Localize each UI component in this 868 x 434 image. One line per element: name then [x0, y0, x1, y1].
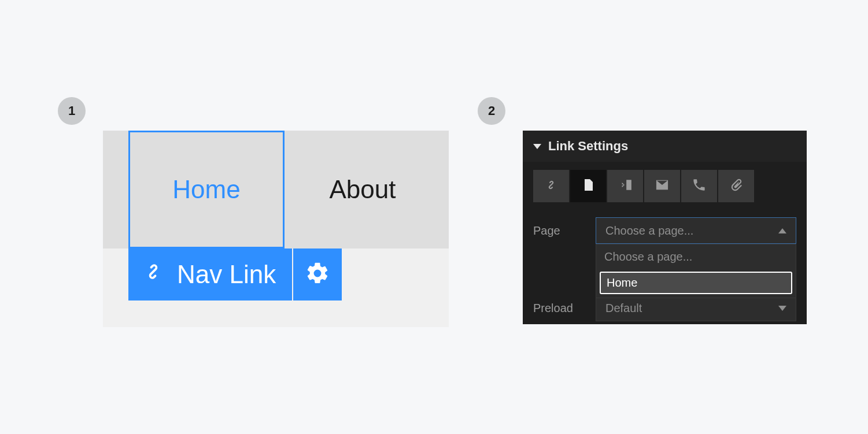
step-badge-1: 1 [58, 97, 86, 125]
page-select-value: Choose a page... [605, 224, 693, 238]
section-icon [616, 177, 634, 195]
link-icon [544, 177, 559, 195]
link-settings-title: Link Settings [548, 139, 628, 154]
link-type-file[interactable] [718, 170, 754, 202]
link-type-phone[interactable] [681, 170, 717, 202]
canvas-preview: Home About Nav Link [103, 131, 449, 327]
nav-item-about-label: About [330, 175, 396, 204]
step-number-2: 2 [488, 103, 495, 118]
element-tag: Nav Link [128, 248, 342, 301]
element-tag-label-area[interactable]: Nav Link [128, 248, 292, 301]
nav-item-home[interactable]: Home [128, 131, 285, 248]
link-type-url[interactable] [533, 170, 569, 202]
chevron-down-icon [778, 306, 786, 311]
step-number-1: 1 [68, 103, 75, 118]
email-icon [654, 179, 670, 194]
link-type-tabs [523, 162, 807, 214]
gear-icon [305, 261, 330, 288]
page-option-home[interactable]: Home [600, 272, 792, 294]
preload-select-value: Default [605, 302, 642, 315]
link-type-email[interactable] [644, 170, 680, 202]
nav-item-home-label: Home [172, 175, 240, 204]
link-settings-panel: Link Settings [523, 131, 807, 324]
preload-select[interactable]: Default [596, 295, 796, 321]
page-icon [581, 177, 595, 196]
page-select[interactable]: Choose a page... [596, 217, 796, 244]
link-settings-header[interactable]: Link Settings [523, 131, 807, 162]
page-option-placeholder-label: Choose a page... [604, 250, 692, 263]
page-label: Page [533, 224, 596, 238]
step-badge-2: 2 [478, 97, 505, 125]
phone-icon [692, 177, 707, 195]
attachment-icon [729, 177, 744, 195]
page-option-placeholder[interactable]: Choose a page... [596, 244, 796, 269]
element-tag-text: Nav Link [177, 260, 276, 289]
preload-label: Preload [533, 302, 596, 315]
page-row: Page Choose a page... Choose a page... H… [523, 214, 807, 247]
page-dropdown: Choose a page... Home [596, 244, 796, 298]
nav-item-about[interactable]: About [285, 131, 441, 248]
page-option-home-label: Home [607, 276, 637, 289]
chevron-up-icon [778, 228, 786, 233]
element-settings-button[interactable] [293, 248, 342, 301]
nav-bar: Home About [128, 131, 441, 248]
link-icon [140, 258, 167, 291]
collapse-icon [533, 144, 541, 149]
link-type-section[interactable] [607, 170, 643, 202]
link-type-page[interactable] [570, 170, 606, 202]
